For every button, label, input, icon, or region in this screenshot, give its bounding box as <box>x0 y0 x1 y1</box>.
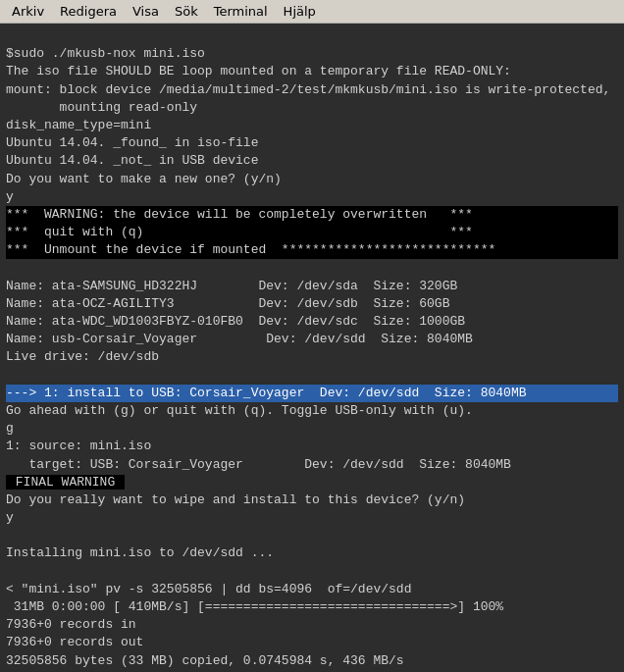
terminal-line: FINAL WARNING <box>6 474 618 491</box>
menu-terminal[interactable]: Terminal <box>206 2 276 21</box>
menu-redigera[interactable]: Redigera <box>52 2 125 21</box>
terminal-line: ---> 1: install to USB: Corsair_Voyager … <box>6 385 618 402</box>
terminal-line: mount: block device /media/multimed-2/te… <box>6 81 618 99</box>
terminal-line: y <box>6 509 618 527</box>
menu-visa[interactable]: Visa <box>125 2 167 21</box>
terminal-line: Name: ata-WDC_WD1003FBYZ-010FB0 Dev: /de… <box>6 313 618 331</box>
menu-hjalp[interactable]: Hjälp <box>276 2 324 21</box>
terminal-line: Do you want to make a new one? (y/n) <box>6 171 618 188</box>
terminal-line: Installing mini.iso to /dev/sdd ... <box>6 544 618 562</box>
terminal-line: Go ahead with (g) or quit with (q). Togg… <box>6 402 618 420</box>
terminal-line: Ubuntu 14.04. _found_ in iso-file <box>6 134 618 152</box>
terminal-line: y <box>6 188 618 206</box>
menu-sok[interactable]: Sök <box>167 2 206 21</box>
terminal-line: Name: ata-SAMSUNG_HD322HJ Dev: /dev/sda … <box>6 278 618 295</box>
terminal-line: *** WARNING: the device will be complete… <box>6 206 618 224</box>
terminal-line: target: USB: Corsair_Voyager Dev: /dev/s… <box>6 456 618 474</box>
terminal-line: Name: usb-Corsair_Voyager Dev: /dev/sdd … <box>6 331 618 348</box>
terminal-line: 31MB 0:00:00 [ 410MB/s] [===============… <box>6 598 618 616</box>
terminal-line: g <box>6 420 618 438</box>
terminal-line: Name: ata-OCZ-AGILITY3 Dev: /dev/sdb Siz… <box>6 295 618 313</box>
terminal-line: 7936+0 records out <box>6 634 618 651</box>
terminal-line: disk_name_type=mini <box>6 117 618 134</box>
terminal-line <box>6 563 618 581</box>
terminal-line: 7936+0 records in <box>6 616 618 634</box>
terminal-line: Live drive: /dev/sdb <box>6 348 618 366</box>
terminal-line <box>6 367 618 385</box>
terminal-line: 32505856 bytes (33 MB) copied, 0.0745984… <box>6 652 618 670</box>
terminal-line: $sudo ./mkusb-nox mini.iso <box>6 45 618 63</box>
terminal-line: mounting read-only <box>6 99 618 117</box>
terminal-line <box>6 259 618 277</box>
terminal-line: *** Unmount the device if mounted ******… <box>6 241 618 259</box>
terminal-line <box>6 527 618 544</box>
terminal-line: Do you really want to wipe and install t… <box>6 491 618 509</box>
terminal-line: *** quit with (q) *** <box>6 224 618 241</box>
terminal-output[interactable]: $sudo ./mkusb-nox mini.isoThe iso file S… <box>0 24 624 672</box>
terminal-line: < "mini.iso" pv -s 32505856 | dd bs=4096… <box>6 581 618 598</box>
terminal-line: 1: source: mini.iso <box>6 438 618 455</box>
menubar: Arkiv Redigera Visa Sök Terminal Hjälp <box>0 0 624 24</box>
menu-arkiv[interactable]: Arkiv <box>4 2 52 21</box>
terminal-line: Ubuntu 14.04. _not_ in USB device <box>6 152 618 170</box>
terminal-line: The iso file SHOULD BE loop mounted on a… <box>6 63 618 80</box>
